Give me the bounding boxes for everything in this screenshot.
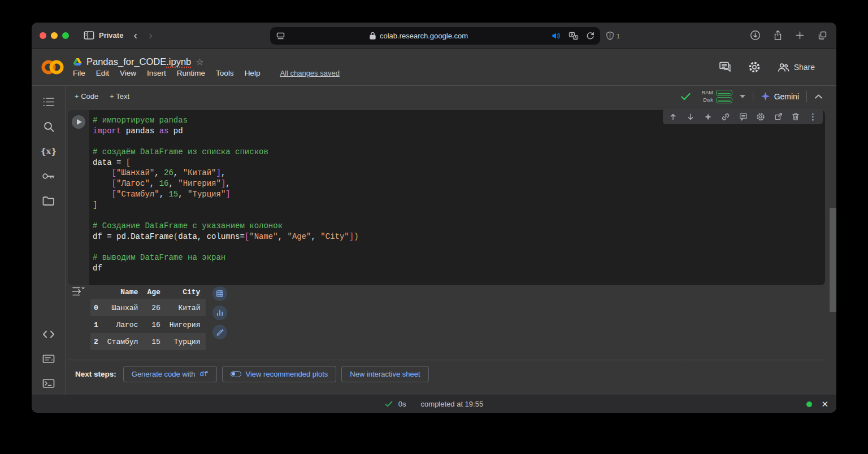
plots-toggle-icon	[231, 371, 241, 377]
new-interactive-sheet-button[interactable]: New interactive sheet	[341, 366, 428, 382]
more-cell-actions-icon[interactable]: ⋮	[809, 112, 817, 121]
next-steps-bar: Next steps: Generate code withdf View re…	[75, 366, 429, 382]
column-header: Name	[104, 285, 144, 299]
output-separator	[68, 360, 825, 360]
move-cell-up-icon[interactable]	[669, 112, 678, 121]
disk-label: Disk	[698, 97, 713, 103]
delete-cell-icon[interactable]	[791, 112, 800, 121]
gemini-label: Gemini	[774, 92, 799, 101]
reload-icon[interactable]	[586, 32, 594, 40]
code-line[interactable]: # Создание DataFrame с указанием колонок	[93, 221, 825, 232]
add-comment-icon[interactable]	[739, 112, 748, 121]
files-folder-icon[interactable]	[41, 194, 56, 208]
traffic-lights	[40, 32, 69, 39]
private-label: Private	[99, 31, 123, 40]
menu-help[interactable]: Help	[245, 69, 261, 77]
generate-code-button[interactable]: Generate code withdf	[123, 366, 217, 382]
view-recommended-plots-button[interactable]: View recommended plots	[222, 366, 337, 382]
output-options-icon[interactable]	[71, 286, 85, 297]
page-settings-icon[interactable]	[276, 32, 285, 40]
minimize-window-button[interactable]	[51, 32, 58, 39]
tab-overview-icon[interactable]	[817, 30, 827, 41]
code-line[interactable]: df	[93, 263, 825, 274]
star-icon[interactable]: ☆	[196, 56, 203, 67]
new-tab-icon[interactable]	[795, 30, 805, 40]
code-line[interactable]: data = [	[93, 158, 825, 168]
code-line[interactable]: # создаём DataFrame из списка списков	[93, 147, 825, 158]
code-line[interactable]: ["Лагос", 16, "Нигерия"],	[93, 178, 825, 189]
cell-gutter	[68, 110, 89, 285]
code-line[interactable]: ["Шанхай", 26, "Китай"],	[93, 168, 825, 178]
code-line[interactable]	[93, 242, 825, 252]
comments-icon[interactable]	[719, 61, 731, 73]
sidebar-toggle-icon[interactable]	[84, 30, 94, 40]
share-button[interactable]: Share	[778, 62, 815, 72]
terminal-icon[interactable]	[41, 376, 56, 391]
url-text: colab.research.google.com	[380, 32, 468, 40]
notebook-content: 0s # импортируем pandasimport pandas as …	[66, 107, 836, 395]
menu-tools[interactable]: Tools	[216, 69, 234, 77]
back-button[interactable]: ‹	[133, 29, 137, 42]
code-snippets-icon[interactable]	[41, 327, 56, 342]
secrets-key-icon[interactable]	[41, 169, 56, 184]
copy-link-icon[interactable]	[721, 112, 730, 121]
forward-button[interactable]: ›	[149, 29, 153, 42]
status-message: completed at 19:55	[421, 400, 484, 408]
settings-gear-icon[interactable]	[748, 61, 761, 73]
menu-insert[interactable]: Insert	[147, 69, 166, 77]
share-page-icon[interactable]	[773, 30, 783, 41]
column-header: City	[166, 285, 206, 299]
address-bar[interactable]: colab.research.google.com	[270, 27, 600, 45]
audio-playing-icon[interactable]	[552, 32, 561, 40]
code-line[interactable]: # выводим DataFrame на экран	[93, 252, 825, 263]
gemini-spark-icon[interactable]	[704, 112, 713, 121]
interactive-table-button[interactable]	[212, 286, 227, 301]
disk-meter	[716, 97, 732, 103]
downloads-icon[interactable]	[750, 30, 761, 41]
run-cell-button[interactable]	[72, 115, 85, 129]
open-in-editor-icon[interactable]	[774, 112, 783, 121]
code-line[interactable]: import pandas as pd	[93, 126, 825, 137]
output-actions	[212, 286, 227, 339]
scrollbar-thumb[interactable]	[830, 208, 836, 312]
cell-settings-icon[interactable]	[756, 112, 765, 121]
suggest-charts-button[interactable]	[212, 305, 227, 320]
privacy-shield-icon[interactable]	[606, 31, 614, 41]
colab-logo[interactable]	[40, 58, 66, 76]
notebook-title[interactable]: Pandas_for_CODE.ipynb	[86, 56, 191, 67]
table-of-contents-icon[interactable]	[41, 94, 56, 109]
table-row: 0Шанхай26Китай	[90, 299, 206, 316]
magic-edit-button[interactable]	[212, 325, 227, 339]
code-line[interactable]: ["Стамбул", 15, "Турция"]	[93, 189, 825, 200]
code-line[interactable]	[93, 210, 825, 221]
variables-icon[interactable]: {x}	[41, 144, 56, 159]
move-cell-down-icon[interactable]	[686, 112, 695, 121]
menu-file[interactable]: File	[73, 69, 85, 77]
translate-icon[interactable]	[568, 32, 579, 40]
menu-edit[interactable]: Edit	[96, 69, 109, 77]
next-steps-label: Next steps:	[75, 370, 116, 378]
menu-runtime[interactable]: Runtime	[177, 69, 205, 77]
resource-monitor[interactable]: RAM Disk	[698, 90, 732, 103]
code-line[interactable]: df = pd.DataFrame(data, columns=["Name",…	[93, 232, 825, 242]
save-status[interactable]: All changes saved	[280, 69, 340, 77]
gemini-button[interactable]: Gemini	[761, 91, 799, 101]
execution-status-bar: 0s completed at 19:55 ✕	[32, 395, 836, 413]
code-area[interactable]: # импортируем pandasimport pandas as pd …	[93, 115, 825, 273]
close-window-button[interactable]	[40, 32, 46, 39]
collapse-toolbar-icon[interactable]	[814, 94, 823, 99]
code-editor[interactable]: # импортируем pandasimport pandas as pd …	[89, 110, 825, 285]
code-line[interactable]	[93, 136, 825, 147]
add-code-button[interactable]: + Code	[69, 90, 104, 103]
resources-dropdown-icon[interactable]	[740, 95, 745, 98]
close-status-icon[interactable]: ✕	[821, 399, 828, 409]
search-icon[interactable]	[41, 119, 56, 134]
status-check-icon	[385, 401, 393, 407]
add-text-button[interactable]: + Text	[104, 90, 135, 103]
column-header	[90, 285, 104, 299]
zoom-window-button[interactable]	[62, 32, 69, 39]
menu-view[interactable]: View	[120, 69, 136, 77]
code-line[interactable]: ]	[93, 200, 825, 211]
command-palette-icon[interactable]	[41, 351, 56, 366]
ram-label: RAM	[698, 90, 713, 95]
